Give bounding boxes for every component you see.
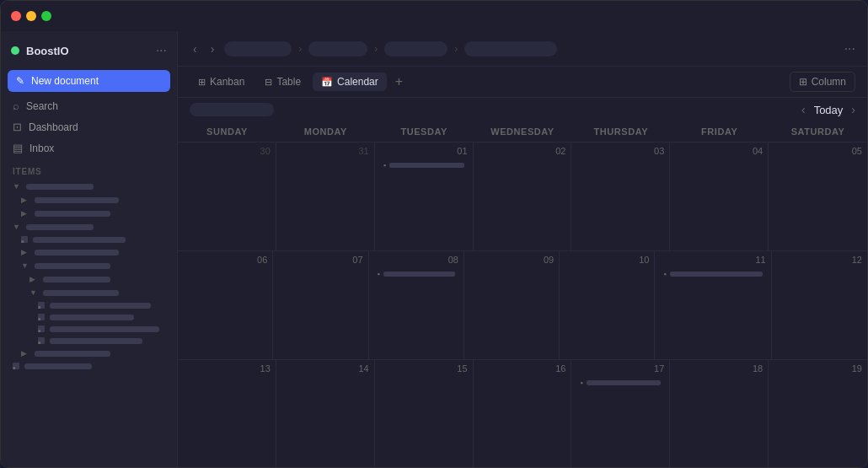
calendar-week-2: 06 07 08 ▪ 09 <box>178 251 867 360</box>
event-bar <box>389 163 464 168</box>
toolbar-views: ⊞ Kanban ⊟ Table 📅 Calendar + <box>190 73 408 91</box>
new-document-button[interactable]: ✎ New document <box>8 70 170 92</box>
table-row[interactable]: 17 ▪ <box>571 360 670 468</box>
doc-icon: ▪ <box>13 363 19 369</box>
back-button[interactable]: ‹ <box>190 40 201 57</box>
table-row[interactable]: 03 <box>571 143 670 250</box>
sidebar-item-dashboard-label: Dashboard <box>29 121 78 133</box>
calendar-nav: ‹ Today › <box>178 98 867 121</box>
maximize-button[interactable] <box>41 11 51 21</box>
doc-icon: ▪ <box>38 325 45 332</box>
kanban-view-button[interactable]: ⊞ Kanban <box>190 73 253 91</box>
day-header-wed: WEDNESDAY <box>474 121 572 142</box>
item-bar <box>50 338 142 344</box>
list-item[interactable]: ▪ <box>1 311 177 323</box>
breadcrumb-3[interactable] <box>384 41 447 56</box>
item-bar <box>26 184 94 190</box>
forward-button[interactable]: › <box>207 40 218 57</box>
cal-date: 12 <box>777 255 862 265</box>
table-row[interactable]: 09 <box>464 251 560 359</box>
brand[interactable]: BoostIO <box>11 45 69 57</box>
table-view-button[interactable]: ⊟ Table <box>256 73 309 91</box>
prev-month-button[interactable]: ‹ <box>801 103 806 116</box>
table-row[interactable]: 04 <box>670 143 769 250</box>
table-row[interactable]: 30 <box>178 143 276 250</box>
table-row[interactable]: 16 <box>474 360 572 468</box>
day-header-mon: MONDAY <box>276 121 375 142</box>
list-item[interactable]: ▪ <box>1 335 177 347</box>
list-item[interactable]: ▪ <box>374 268 458 280</box>
topbar: ‹ › › › › ··· <box>178 31 867 67</box>
calendar-label: Calendar <box>337 76 378 88</box>
sidebar-item-inbox[interactable]: ▤ Inbox <box>1 137 177 159</box>
sidebar-more-button[interactable]: ··· <box>156 43 167 58</box>
column-button[interactable]: ⊞ Column <box>790 72 855 92</box>
breadcrumb-4[interactable] <box>464 41 557 56</box>
topbar-more-button[interactable]: ··· <box>844 41 855 56</box>
list-item[interactable]: ▪ <box>380 159 468 171</box>
doc-icon: ▪ <box>580 379 582 387</box>
table-row[interactable]: 01 ▪ <box>375 143 474 250</box>
list-item[interactable]: ▪ <box>1 360 177 372</box>
table-row[interactable]: 15 <box>375 360 474 468</box>
table-row[interactable]: 10 <box>560 251 655 359</box>
traffic-lights <box>11 11 51 21</box>
item-bar <box>35 197 119 203</box>
table-row[interactable]: 08 ▪ <box>369 251 464 359</box>
calendar-week-3: 13 14 15 16 17 <box>178 360 867 468</box>
breadcrumb-2[interactable] <box>308 41 367 56</box>
table-row[interactable]: 05 <box>769 143 867 250</box>
table-row[interactable]: 12 <box>772 251 867 359</box>
table-row[interactable]: 11 ▪ <box>655 251 771 359</box>
table-row[interactable]: 18 <box>670 360 769 468</box>
calendar-nav-right: ‹ Today › <box>801 103 855 116</box>
cal-date: 10 <box>565 255 649 265</box>
next-month-button[interactable]: › <box>851 103 855 116</box>
calendar-view-button[interactable]: 📅 Calendar <box>313 73 387 91</box>
sidebar-item-inbox-label: Inbox <box>29 143 54 154</box>
list-item[interactable]: ▼ <box>1 220 177 234</box>
list-item[interactable]: ▶ <box>1 272 177 286</box>
table-row[interactable]: 02 <box>474 143 572 250</box>
breadcrumb-1[interactable] <box>224 41 292 56</box>
list-item[interactable]: ▪ <box>576 377 664 389</box>
doc-icon: ▪ <box>38 314 45 320</box>
cal-date: 18 <box>675 363 763 374</box>
breadcrumb-sep-3: › <box>454 43 458 55</box>
day-header-fri: FRIDAY <box>670 121 769 142</box>
list-item[interactable]: ▪ <box>1 234 177 245</box>
today-button[interactable]: Today <box>811 104 847 116</box>
cal-date: 15 <box>380 363 468 374</box>
list-item[interactable]: ▼ <box>1 286 177 299</box>
table-row[interactable]: 31 <box>276 143 375 250</box>
cal-date: 30 <box>183 146 271 156</box>
list-item[interactable]: ▶ <box>1 193 177 207</box>
list-item[interactable]: ▶ <box>1 207 177 220</box>
calendar-nav-pill <box>190 103 274 116</box>
breadcrumb-sep-1: › <box>298 43 302 55</box>
list-item[interactable]: ▶ <box>1 245 177 259</box>
table-row[interactable]: 13 <box>178 360 276 468</box>
table-row[interactable]: 14 <box>276 360 375 468</box>
list-item[interactable]: ▼ <box>1 180 177 193</box>
item-bar <box>50 315 134 320</box>
list-item[interactable]: ▪ <box>1 323 177 335</box>
table-row[interactable]: 07 <box>273 251 368 359</box>
cal-date: 11 <box>660 255 765 265</box>
chevron-right-icon: ▶ <box>21 248 29 256</box>
cal-date: 08 <box>374 255 458 265</box>
close-button[interactable] <box>11 11 21 21</box>
list-item[interactable]: ▶ <box>1 347 177 360</box>
add-view-button[interactable]: + <box>390 73 408 91</box>
table-row[interactable]: 19 <box>769 360 867 468</box>
list-item[interactable]: ▪ <box>1 299 177 311</box>
cal-date: 02 <box>479 146 566 156</box>
kanban-label: Kanban <box>210 76 244 88</box>
sidebar-item-dashboard[interactable]: ⊡ Dashboard <box>1 116 177 137</box>
table-row[interactable]: 06 <box>178 251 273 359</box>
list-item[interactable]: ▼ <box>1 259 177 272</box>
calendar-header-row: SUNDAY MONDAY TUESDAY WEDNESDAY THURSDAY… <box>178 121 867 143</box>
minimize-button[interactable] <box>26 11 36 21</box>
list-item[interactable]: ▪ <box>660 268 765 280</box>
sidebar-item-search[interactable]: ⌕ Search <box>1 95 177 116</box>
